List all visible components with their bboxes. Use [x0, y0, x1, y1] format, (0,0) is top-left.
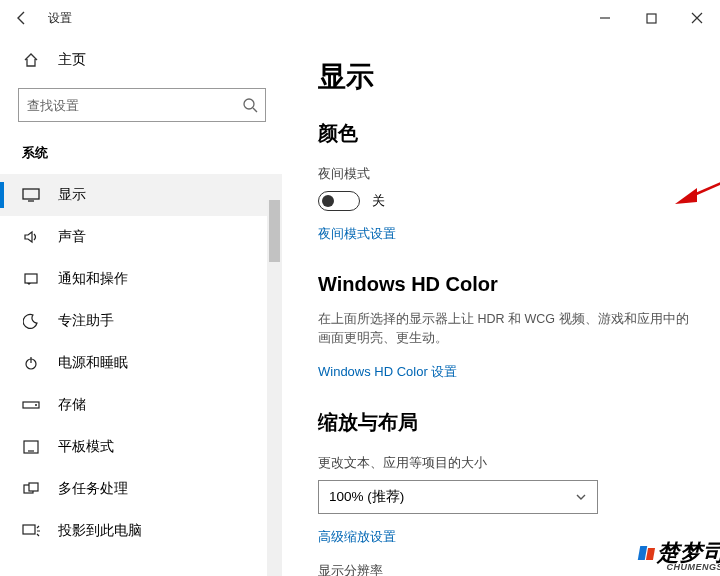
- scale-dropdown[interactable]: 100% (推荐): [318, 480, 598, 514]
- sidebar-scrollbar[interactable]: [267, 200, 282, 576]
- hd-color-description: 在上面所选择的显示器上让 HDR 和 WCG 视频、游戏和应用中的画面更明亮、更…: [318, 310, 698, 349]
- search-wrap: [18, 88, 266, 122]
- page-title: 显示: [318, 58, 698, 96]
- sidebar-item-tablet-mode[interactable]: 平板模式: [0, 426, 282, 468]
- svg-rect-0: [647, 14, 656, 23]
- svg-rect-10: [23, 525, 35, 534]
- night-light-settings-link[interactable]: 夜间模式设置: [318, 225, 396, 243]
- notification-icon: [22, 270, 40, 288]
- watermark-logo-icon: [636, 546, 654, 564]
- main-panel: 显示 颜色 夜间模式 关 夜间模式设置 Windows HD Color 在上面…: [282, 36, 720, 576]
- sidebar-home[interactable]: 主页: [0, 40, 282, 80]
- svg-point-1: [244, 99, 254, 109]
- window-title: 设置: [48, 10, 72, 27]
- advanced-scaling-link[interactable]: 高级缩放设置: [318, 528, 396, 546]
- sidebar-item-notifications[interactable]: 通知和操作: [0, 258, 282, 300]
- night-light-label: 夜间模式: [318, 165, 698, 183]
- night-light-toggle[interactable]: [318, 191, 360, 211]
- svg-rect-3: [25, 274, 37, 283]
- multitask-icon: [22, 480, 40, 498]
- close-button[interactable]: [674, 3, 720, 33]
- speaker-icon: [22, 228, 40, 246]
- storage-icon: [22, 396, 40, 414]
- sidebar-item-label: 电源和睡眠: [58, 354, 128, 372]
- hd-color-settings-link[interactable]: Windows HD Color 设置: [318, 363, 457, 381]
- sidebar-item-display[interactable]: 显示: [0, 174, 282, 216]
- section-scale-heading: 缩放与布局: [318, 409, 698, 436]
- scale-dropdown-value: 100% (推荐): [329, 488, 404, 506]
- sidebar-item-label: 声音: [58, 228, 86, 246]
- home-icon: [22, 52, 40, 68]
- scrollbar-thumb[interactable]: [269, 200, 280, 262]
- sidebar-section-label: 系统: [0, 144, 282, 162]
- sidebar-item-projecting[interactable]: 投影到此电脑: [0, 510, 282, 552]
- back-button[interactable]: [10, 6, 34, 30]
- moon-icon: [22, 312, 40, 330]
- sidebar-item-label: 通知和操作: [58, 270, 128, 288]
- title-bar: 设置: [0, 0, 720, 36]
- section-hd-heading: Windows HD Color: [318, 273, 698, 296]
- svg-rect-2: [23, 189, 39, 199]
- sidebar-nav: 显示 声音 通知和操作 专注助手 电源和睡眠 存储: [0, 174, 282, 552]
- watermark-text: 楚梦司: [657, 542, 720, 564]
- sidebar-home-label: 主页: [58, 51, 86, 69]
- sidebar-item-label: 投影到此电脑: [58, 522, 142, 540]
- svg-rect-9: [29, 483, 38, 491]
- watermark: 楚梦司 CHUMENGSI: [636, 542, 720, 572]
- svg-point-6: [35, 404, 37, 406]
- maximize-button[interactable]: [628, 3, 674, 33]
- search-icon: [242, 97, 258, 113]
- search-input[interactable]: [18, 88, 266, 122]
- sidebar-item-multitasking[interactable]: 多任务处理: [0, 468, 282, 510]
- sidebar-item-storage[interactable]: 存储: [0, 384, 282, 426]
- sidebar-item-sound[interactable]: 声音: [0, 216, 282, 258]
- sidebar-item-power-sleep[interactable]: 电源和睡眠: [0, 342, 282, 384]
- monitor-icon: [22, 186, 40, 204]
- sidebar-item-focus-assist[interactable]: 专注助手: [0, 300, 282, 342]
- minimize-button[interactable]: [582, 3, 628, 33]
- project-icon: [22, 522, 40, 540]
- sidebar-item-label: 显示: [58, 186, 86, 204]
- sidebar-item-label: 专注助手: [58, 312, 114, 330]
- sidebar: 主页 系统 显示 声音 通知和操作 专注助手: [0, 36, 282, 576]
- sidebar-item-label: 存储: [58, 396, 86, 414]
- power-icon: [22, 354, 40, 372]
- section-color-heading: 颜色: [318, 120, 698, 147]
- sidebar-item-label: 多任务处理: [58, 480, 128, 498]
- scale-label: 更改文本、应用等项目的大小: [318, 454, 698, 472]
- night-light-state: 关: [372, 192, 385, 210]
- tablet-icon: [22, 438, 40, 456]
- chevron-down-icon: [575, 491, 587, 503]
- sidebar-item-label: 平板模式: [58, 438, 114, 456]
